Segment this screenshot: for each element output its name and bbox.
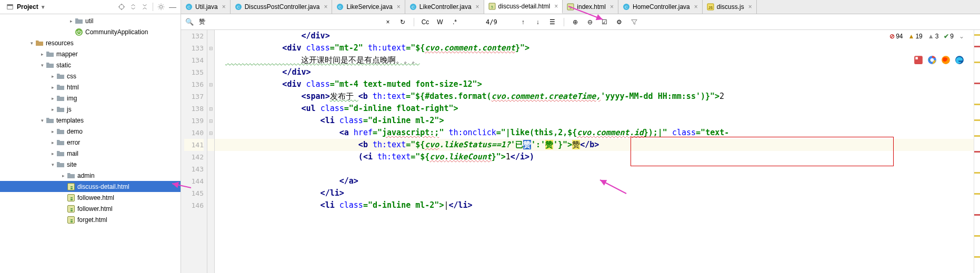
fold-handle[interactable]: ⊟ bbox=[207, 103, 214, 115]
tree-item[interactable]: ▸img bbox=[0, 93, 181, 104]
tree-caret[interactable]: ▸ bbox=[68, 18, 74, 24]
find-next-icon[interactable]: ↓ bbox=[533, 17, 543, 27]
find-select-all-icon[interactable]: ☰ bbox=[548, 17, 557, 27]
editor-tab[interactable]: JSdiscuss.js× bbox=[703, 0, 757, 14]
find-case-toggle[interactable]: Cc bbox=[421, 17, 430, 27]
editor-tab[interactable]: CHomeController.java× bbox=[618, 0, 703, 14]
fold-handle[interactable] bbox=[207, 30, 214, 42]
tree-caret[interactable]: ▸ bbox=[50, 151, 55, 156]
tree-caret[interactable]: ▾ bbox=[29, 41, 34, 46]
close-icon[interactable]: × bbox=[610, 3, 614, 11]
tree-item[interactable]: ▸mail bbox=[0, 148, 181, 159]
editor-tab[interactable]: CLikeService.java× bbox=[332, 0, 405, 14]
fold-handle[interactable] bbox=[207, 66, 214, 78]
tree-item[interactable]: follower.html bbox=[0, 203, 181, 214]
expand-all-icon[interactable] bbox=[128, 2, 138, 12]
find-regex-toggle[interactable]: .* bbox=[450, 17, 459, 27]
chevron-down-icon[interactable]: ⌄ bbox=[959, 33, 964, 40]
tree-item[interactable]: ▾templates bbox=[0, 115, 181, 126]
fold-handle[interactable] bbox=[207, 139, 214, 151]
tree-item[interactable]: ▸html bbox=[0, 82, 181, 93]
chrome-icon[interactable] bbox=[927, 55, 937, 67]
find-select-occurrences-icon[interactable]: ☑ bbox=[600, 17, 609, 27]
problems-summary[interactable]: ⊘94 ▲19 ▲3 ✔9 ⌄ bbox=[889, 33, 964, 40]
fold-handle[interactable] bbox=[207, 175, 214, 187]
java-file-icon: C bbox=[409, 3, 417, 11]
close-icon[interactable]: × bbox=[748, 3, 752, 11]
tree-item[interactable]: ▾resources bbox=[0, 37, 181, 48]
editor-tab[interactable]: CUtil.java× bbox=[181, 0, 231, 14]
tree-caret[interactable]: ▾ bbox=[50, 162, 55, 167]
fold-handle[interactable] bbox=[207, 90, 214, 103]
tree-item[interactable]: ▸demo bbox=[0, 126, 181, 137]
gear-icon[interactable] bbox=[156, 2, 166, 12]
find-query[interactable]: 赞 bbox=[199, 17, 225, 26]
fold-handle[interactable] bbox=[207, 199, 214, 211]
fold-handle[interactable] bbox=[207, 151, 214, 163]
tree-caret[interactable]: ▸ bbox=[50, 129, 55, 134]
fold-handle[interactable]: ⊟ bbox=[207, 127, 214, 139]
hide-icon[interactable]: — bbox=[168, 2, 177, 12]
tree-item[interactable]: ▸error bbox=[0, 137, 181, 148]
code-editor[interactable]: 1321331341351361371381391401411421431441… bbox=[181, 30, 980, 273]
find-close-icon[interactable]: × bbox=[383, 17, 393, 27]
tree-caret[interactable]: ▸ bbox=[50, 107, 55, 112]
project-dropdown-chevron[interactable]: ▼ bbox=[41, 4, 46, 10]
tree-item[interactable]: forget.html bbox=[0, 214, 181, 225]
locate-icon[interactable] bbox=[117, 2, 126, 12]
tree-caret[interactable]: ▸ bbox=[50, 74, 55, 79]
find-word-toggle[interactable]: W bbox=[435, 17, 445, 27]
fold-handle[interactable]: ⊟ bbox=[207, 78, 214, 90]
fold-handle[interactable] bbox=[207, 54, 214, 66]
ide-preview-icon[interactable] bbox=[914, 55, 923, 67]
fold-handle[interactable] bbox=[207, 187, 214, 199]
editor-tab[interactable]: 5index.html× bbox=[563, 0, 618, 14]
close-icon[interactable]: × bbox=[222, 3, 226, 11]
tree-item[interactable]: CommunityApplication bbox=[0, 26, 181, 37]
tree-item[interactable]: ▸js bbox=[0, 104, 181, 115]
tree-item[interactable]: ▸admin bbox=[0, 170, 181, 181]
line-number: 137 bbox=[184, 90, 204, 103]
close-icon[interactable]: × bbox=[694, 3, 698, 11]
collapse-all-icon[interactable] bbox=[140, 2, 149, 12]
firefox-icon[interactable] bbox=[941, 55, 951, 67]
fold-handle[interactable]: ⊟ bbox=[207, 115, 214, 127]
tree-item[interactable]: followee.html bbox=[0, 192, 181, 203]
find-remove-selection-icon[interactable]: ⊖ bbox=[585, 17, 595, 27]
tree-item[interactable]: ▾static bbox=[0, 59, 181, 70]
tree-item-selected[interactable]: discuss-detail.html bbox=[0, 181, 181, 192]
close-icon[interactable]: × bbox=[476, 3, 479, 11]
tab-label: DiscussPostController.java bbox=[245, 3, 320, 11]
editor-tab-active[interactable]: 5discuss-detail.html× bbox=[484, 0, 563, 14]
tree-item[interactable]: ▾site bbox=[0, 159, 181, 170]
tree-caret[interactable]: ▾ bbox=[39, 63, 45, 68]
close-icon[interactable]: × bbox=[554, 3, 558, 10]
tree-caret[interactable]: ▸ bbox=[50, 85, 55, 90]
find-add-selection-icon[interactable]: ⊕ bbox=[571, 17, 580, 27]
tree-caret[interactable]: ▸ bbox=[50, 96, 55, 101]
line-number: 133 bbox=[184, 42, 204, 54]
folder-icon bbox=[46, 61, 54, 69]
find-prev-icon[interactable]: ↑ bbox=[518, 17, 528, 27]
tree-item[interactable]: ▸css bbox=[0, 70, 181, 82]
tree-caret[interactable]: ▸ bbox=[61, 173, 66, 178]
fold-handle[interactable]: ⊟ bbox=[207, 42, 214, 54]
edge-icon[interactable] bbox=[955, 55, 964, 67]
close-icon[interactable]: × bbox=[324, 3, 327, 11]
find-filter-icon[interactable] bbox=[629, 17, 639, 27]
editor-tab[interactable]: CLikeController.java× bbox=[405, 0, 484, 14]
tree-item[interactable]: ▸mapper bbox=[0, 48, 181, 59]
tree-caret[interactable]: ▸ bbox=[39, 52, 45, 57]
fold-handle[interactable] bbox=[207, 163, 214, 175]
editor-tab[interactable]: CDiscussPostController.java× bbox=[231, 0, 333, 14]
tree-item[interactable]: ▸util bbox=[0, 15, 181, 26]
find-settings-icon[interactable]: ⚙ bbox=[615, 17, 624, 27]
tree-caret[interactable]: ▾ bbox=[39, 118, 45, 123]
project-tree[interactable]: ▸utilCommunityApplication▾resources▸mapp… bbox=[0, 14, 181, 273]
tree-caret[interactable]: ▸ bbox=[50, 140, 55, 145]
project-title[interactable]: Project bbox=[17, 3, 38, 11]
error-stripe[interactable] bbox=[974, 30, 980, 273]
code-lines[interactable]: </div> <div class="mt-2" th:utext="${cvo… bbox=[215, 30, 974, 273]
find-history-icon[interactable]: ↻ bbox=[398, 17, 407, 27]
close-icon[interactable]: × bbox=[397, 3, 401, 11]
